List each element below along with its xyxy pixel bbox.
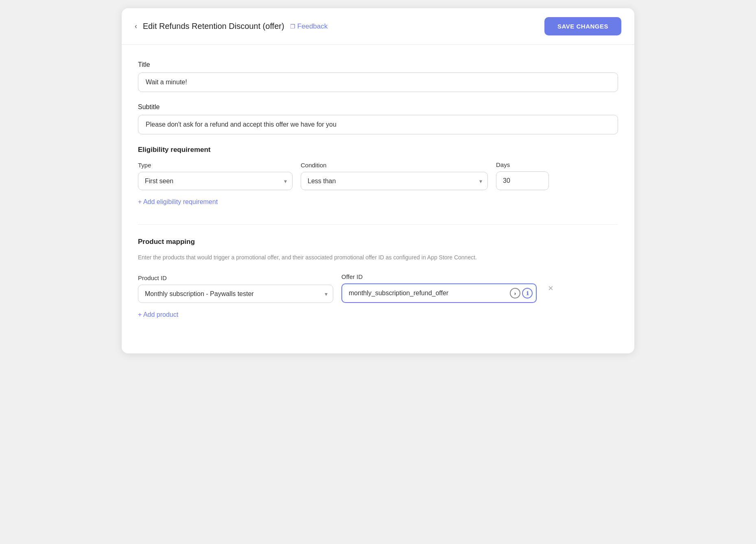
offer-id-input-wrapper: › ℹ xyxy=(341,283,537,303)
condition-select[interactable]: Less than Greater than Equal to xyxy=(301,172,488,190)
add-product-button[interactable]: + Add product xyxy=(138,311,178,318)
title-input[interactable] xyxy=(138,72,618,92)
add-eligibility-button[interactable]: + Add eligibility requirement xyxy=(138,198,218,206)
offer-id-input[interactable] xyxy=(341,283,537,303)
product-id-label: Product ID xyxy=(138,274,333,281)
subtitle-field-group: Subtitle xyxy=(138,103,618,134)
condition-select-wrapper: Less than Greater than Equal to ▾ xyxy=(301,172,488,190)
days-input[interactable] xyxy=(496,171,549,190)
remove-product-button[interactable]: × xyxy=(545,284,557,293)
offer-id-icons: › ℹ xyxy=(510,288,533,298)
product-id-select[interactable]: Monthly subscription - Paywalls tester A… xyxy=(138,285,333,303)
days-label: Days xyxy=(496,161,549,168)
type-select-wrapper: First seen Purchase date Subscription st… xyxy=(138,172,293,190)
offer-id-label: Offer ID xyxy=(341,273,537,280)
product-id-select-wrapper: Monthly subscription - Paywalls tester A… xyxy=(138,285,333,303)
type-select[interactable]: First seen Purchase date Subscription st… xyxy=(138,172,293,190)
offer-id-info-button[interactable]: ℹ xyxy=(522,288,533,298)
feedback-link[interactable]: ❐ Feedback xyxy=(290,22,328,31)
back-icon: ‹ xyxy=(135,22,137,31)
page-title: Edit Refunds Retention Discount (offer) xyxy=(143,22,284,31)
offer-id-arrow-button[interactable]: › xyxy=(510,288,520,298)
eligibility-row: Type First seen Purchase date Subscripti… xyxy=(138,161,618,190)
product-mapping-section: Product mapping Enter the products that … xyxy=(138,238,618,333)
title-label: Title xyxy=(138,61,618,68)
eligibility-section: Eligibility requirement Type First seen … xyxy=(138,146,618,220)
condition-col: Condition Less than Greater than Equal t… xyxy=(301,162,488,190)
header: ‹ Edit Refunds Retention Discount (offer… xyxy=(122,8,634,45)
content: Title Subtitle Eligibility requirement T… xyxy=(122,45,634,353)
subtitle-input[interactable] xyxy=(138,115,618,134)
divider xyxy=(138,224,618,225)
product-mapping-desc: Enter the products that would trigger a … xyxy=(138,253,618,262)
product-row: Product ID Monthly subscription - Paywal… xyxy=(138,273,618,303)
subtitle-label: Subtitle xyxy=(138,103,618,111)
save-changes-button[interactable]: SAVE CHANGES xyxy=(544,17,621,35)
product-id-col: Product ID Monthly subscription - Paywal… xyxy=(138,274,333,303)
external-link-icon: ❐ xyxy=(290,23,295,30)
condition-label: Condition xyxy=(301,162,488,169)
type-col: Type First seen Purchase date Subscripti… xyxy=(138,162,293,190)
days-col: Days xyxy=(496,161,549,190)
product-mapping-title: Product mapping xyxy=(138,238,618,246)
type-label: Type xyxy=(138,162,293,169)
offer-id-col: Offer ID › ℹ xyxy=(341,273,537,303)
title-field-group: Title xyxy=(138,61,618,92)
feedback-label: Feedback xyxy=(297,22,328,31)
header-left: ‹ Edit Refunds Retention Discount (offer… xyxy=(135,22,328,31)
main-card: ‹ Edit Refunds Retention Discount (offer… xyxy=(122,8,634,353)
back-button[interactable]: ‹ xyxy=(135,22,137,31)
eligibility-section-title: Eligibility requirement xyxy=(138,146,618,154)
